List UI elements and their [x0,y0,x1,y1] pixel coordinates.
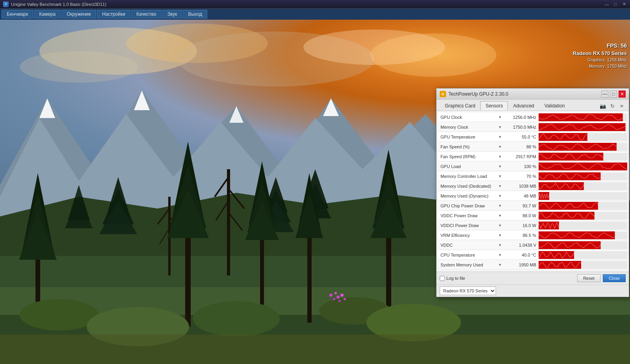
menu-item-настройки[interactable]: Настройки [97,10,130,18]
log-checkbox[interactable] [440,276,445,281]
gpu-memory-clock: Memory: 1750 MHz [573,63,627,69]
menu-item-качество[interactable]: Качество [131,10,162,18]
svg-rect-82 [539,251,574,259]
sensor-name-11: VDDCI Power Draw [440,223,479,228]
sensor-dropdown-7[interactable]: ▼ [497,183,503,189]
sensor-dropdown-1[interactable]: ▼ [497,124,503,130]
sensor-value-15: 1950 MB [505,262,539,267]
benchmark-title: V Unigine Valley Benchmark 1.0 Basic (Di… [3,2,106,7]
sensor-row: CPU Temperature▼40.0 °C [438,250,627,260]
svg-point-63 [336,296,340,299]
sensor-dropdown-3[interactable]: ▼ [497,144,503,150]
fps-label: FPS: [607,42,619,49]
benchmark-wm-controls: — □ ✕ [604,2,627,7]
sensor-name-4: Fan Speed (RPM) [440,154,476,159]
sensor-row: VDDC Power Draw▼88.0 W [438,211,627,220]
gpuz-tab-advanced[interactable]: Advanced [508,101,539,111]
gpuz-close-btn[interactable]: ✕ [619,91,626,98]
sensor-row: System Memory Used▼1950 MB [438,260,627,270]
sensor-row: GPU Load▼100 % [438,162,627,171]
sensor-dropdown-15[interactable]: ▼ [497,262,503,268]
sensor-name-8: Memory Used (Dynamic) [440,194,489,198]
menu-item-выход[interactable]: Выход [183,10,207,18]
sensor-bar-container-11 [539,222,627,229]
svg-point-58 [319,297,390,325]
sensor-bar-container-4 [539,153,627,161]
gpu-name: Radeon RX 570 Series [573,50,627,57]
menu-item-звук[interactable]: Звук [162,10,182,18]
benchmark-close-btn[interactable]: ✕ [621,2,627,7]
sensor-dropdown-12[interactable]: ▼ [497,233,503,238]
gpuz-window: G TechPowerUp GPU-Z 2.30.0 — □ ✕ Graphic… [436,88,629,297]
sensor-name-6: Memory Controller Load [440,174,487,179]
svg-point-61 [335,292,337,294]
sensor-dropdown-0[interactable]: ▼ [497,115,503,120]
svg-marker-32 [261,189,291,222]
sensor-bar-container-7 [539,182,627,190]
gpuz-camera-btn[interactable]: 📷 [599,102,607,110]
sensor-row: Memory Clock▼1750.0 MHz [438,122,627,132]
svg-rect-36 [35,236,40,315]
sensor-bar-container-3 [539,143,627,151]
sensor-value-3: 88 % [505,144,539,149]
sensor-dropdown-8[interactable]: ▼ [497,193,503,199]
sensor-row: Fan Speed (%)▼88 % [438,142,627,152]
sensor-dropdown-13[interactable]: ▼ [497,242,503,248]
sensor-value-6: 70 % [505,174,539,179]
gpuz-gpu-select[interactable]: Radeon RX 570 Series [440,286,496,295]
gpuz-refresh-btn[interactable]: ↻ [608,102,616,110]
svg-rect-48 [307,224,312,323]
sensor-row: VDDCI Power Draw▼16.0 W [438,221,627,230]
gpuz-minimize-btn[interactable]: — [601,91,608,98]
gpuz-tab-graphics-card[interactable]: Graphics Card [440,101,480,111]
sensor-value-1: 1750.0 MHz [505,125,539,129]
sensor-name-1: Memory Clock [440,125,468,129]
gpuz-close-footer-btn[interactable]: Close [603,274,626,282]
sensor-row: GPU Clock▼1256.0 MHz [438,113,627,122]
fps-display: FPS: 56 [607,42,627,49]
menu-item-бенчмарк[interactable]: Бенчмарк [2,10,33,18]
benchmark-icon: V [3,2,9,7]
svg-rect-15 [0,287,630,364]
sensor-bar-container-8 [539,192,627,200]
svg-marker-54 [370,197,407,238]
svg-point-64 [338,300,341,302]
gpuz-tab-validation[interactable]: Validation [539,101,570,111]
menu-item-камера[interactable]: Камера [34,10,61,18]
sensor-row: Fan Speed (RPM)▼2917 RPM [438,152,627,161]
sensor-name-9: GPU Chip Power Draw [440,203,485,208]
sensor-value-7: 1038 MB [505,184,539,188]
gpuz-reset-btn[interactable]: Reset [577,274,600,282]
sensor-bar-container-2 [539,133,627,141]
benchmark-maximize-btn[interactable]: □ [613,2,618,7]
benchmark-minimize-btn[interactable]: — [604,2,610,7]
sensor-row: Memory Used (Dynamic)▼48 MB [438,191,627,201]
gpuz-tab-sensors[interactable]: Sensors [480,101,508,111]
sensor-dropdown-5[interactable]: ▼ [497,164,503,169]
svg-rect-77 [539,202,598,210]
svg-point-56 [87,307,189,346]
sensor-dropdown-11[interactable]: ▼ [497,223,503,228]
gpuz-maximize-btn[interactable]: □ [610,91,617,98]
svg-line-20 [160,228,169,244]
sensor-dropdown-14[interactable]: ▼ [497,252,503,258]
sensor-bar-container-10 [539,212,627,220]
sensor-dropdown-4[interactable]: ▼ [497,154,503,159]
sensor-row: Memory Controller Load▼70 % [438,172,627,181]
menu-item-окружение[interactable]: Окружение [61,10,96,18]
sensor-row: Memory Used (Dedicated)▼1038 MB [438,181,627,191]
gpu-graphics-clock: Graphics: 1256 MHz [573,57,627,63]
sensor-dropdown-9[interactable]: ▼ [497,203,503,209]
svg-rect-51 [386,212,391,323]
sensor-name-2: GPU Temperature [440,135,475,139]
sensor-dropdown-2[interactable]: ▼ [497,134,503,140]
svg-point-65 [340,294,344,297]
benchmark-menubar: БенчмаркКамераОкружениеНастройкиКачество… [0,9,630,20]
sensor-dropdown-10[interactable]: ▼ [497,213,503,218]
benchmark-title-text: Unigine Valley Benchmark 1.0 Basic (Dire… [11,2,106,7]
svg-marker-30 [65,197,93,228]
sensor-bar-container-9 [539,202,627,210]
sensor-dropdown-6[interactable]: ▼ [497,174,503,179]
gpuz-menu-btn[interactable]: ≡ [618,102,626,110]
sensor-bar-container-1 [539,123,627,131]
